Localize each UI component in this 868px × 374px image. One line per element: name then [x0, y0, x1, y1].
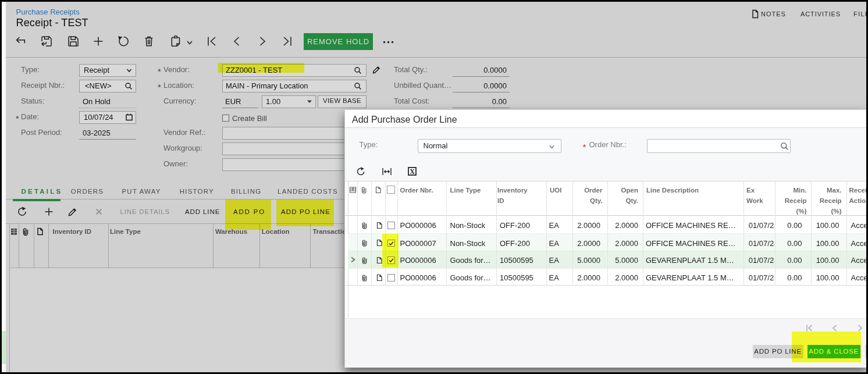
svg-text:X: X [410, 168, 415, 176]
